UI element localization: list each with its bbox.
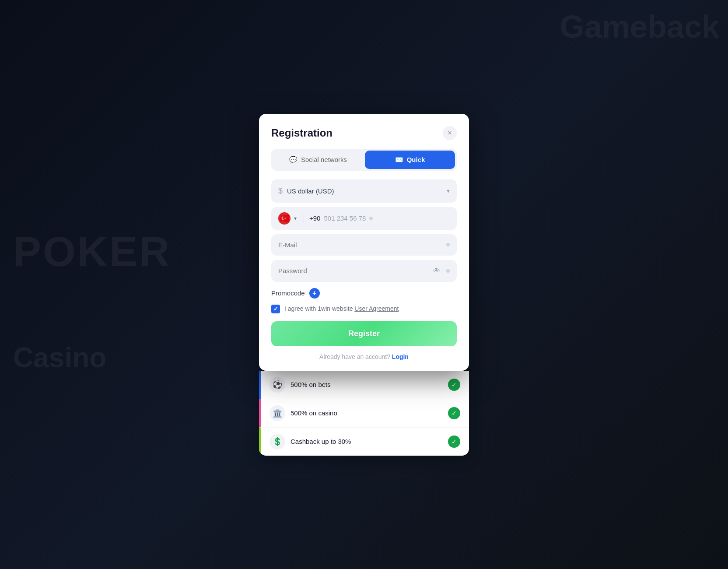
currency-dropdown[interactable]: $ US dollar (USD) ▾ — [271, 179, 457, 203]
country-flag[interactable] — [278, 212, 290, 225]
tab-social-networks[interactable]: 💬 Social networks — [273, 151, 363, 169]
modal-wrapper: Registration × 💬 Social networks ✉️ Quic… — [259, 114, 469, 456]
modal-title: Registration — [271, 127, 332, 139]
registration-modal: Registration × 💬 Social networks ✉️ Quic… — [259, 114, 469, 371]
phone-number-placeholder: 501 234 56 78 — [324, 214, 366, 222]
bg-poker-text: POKER — [13, 228, 171, 276]
checkmark-icon: ✓ — [273, 306, 278, 312]
phone-field[interactable]: ▾ +90 501 234 56 78 — [271, 207, 457, 230]
bets-check-icon: ✓ — [448, 379, 460, 391]
phone-divider — [304, 214, 304, 223]
dollar-icon: $ — [278, 186, 283, 196]
bonus-item-cashback: 💲 Cashback up to 30% ✓ — [259, 428, 469, 456]
close-button[interactable]: × — [443, 126, 457, 140]
agreement-row: ✓ I agree with 1win website User Agreeme… — [271, 305, 457, 313]
bonus-bets-text: 500% on bets — [290, 381, 448, 388]
register-button[interactable]: Register — [271, 321, 457, 346]
tab-quick[interactable]: ✉️ Quick — [365, 151, 455, 169]
modal-header: Registration × — [271, 126, 457, 140]
chevron-down-icon: ▾ — [447, 187, 450, 194]
tab-switcher: 💬 Social networks ✉️ Quick — [271, 149, 457, 171]
agreement-checkbox[interactable]: ✓ — [271, 305, 280, 313]
email-icon: ✉️ — [395, 156, 403, 164]
cashback-icon: 💲 — [270, 434, 285, 450]
login-link[interactable]: Login — [392, 353, 409, 360]
promocode-row: Promocode + — [271, 288, 457, 299]
phone-required-indicator — [369, 217, 373, 220]
social-icon: 💬 — [289, 156, 298, 164]
casino-icon: 🏛️ — [270, 405, 285, 421]
cashback-check-icon: ✓ — [448, 436, 460, 448]
bonus-card: ⚽ 500% on bets ✓ 🏛️ 500% on casino ✓ 💲 C… — [259, 371, 469, 456]
currency-value: US dollar (USD) — [287, 187, 442, 195]
email-required-indicator — [446, 243, 450, 246]
add-promocode-button[interactable]: + — [309, 288, 320, 299]
bonus-casino-text: 500% on casino — [290, 409, 448, 417]
email-input[interactable] — [278, 241, 442, 249]
tab-social-label: Social networks — [301, 156, 347, 163]
eye-icon[interactable]: 👁 — [433, 267, 440, 275]
phone-chevron-icon: ▾ — [294, 215, 297, 221]
already-have-account-text: Already have an account? — [319, 353, 390, 360]
password-required-indicator — [446, 269, 450, 273]
bg-casino-text: Casino — [13, 341, 106, 374]
email-field-container[interactable] — [271, 234, 457, 256]
password-field-container[interactable]: 👁 — [271, 260, 457, 282]
user-agreement-link[interactable]: User Agreement — [354, 305, 399, 312]
bonus-cashback-text: Cashback up to 30% — [290, 438, 448, 445]
agreement-text: I agree with 1win website User Agreement — [284, 305, 399, 313]
promocode-label: Promocode — [271, 289, 305, 297]
bg-top-right-text: Gameback — [560, 9, 719, 45]
tab-quick-label: Quick — [407, 156, 425, 163]
bonus-item-casino: 🏛️ 500% on casino ✓ — [259, 399, 469, 428]
phone-country-code: +90 — [309, 214, 320, 222]
login-row: Already have an account? Login — [271, 353, 457, 360]
soccer-ball-icon: ⚽ — [270, 377, 285, 393]
casino-check-icon: ✓ — [448, 407, 460, 419]
password-input[interactable] — [278, 267, 429, 274]
bonus-item-bets: ⚽ 500% on bets ✓ — [259, 371, 469, 399]
